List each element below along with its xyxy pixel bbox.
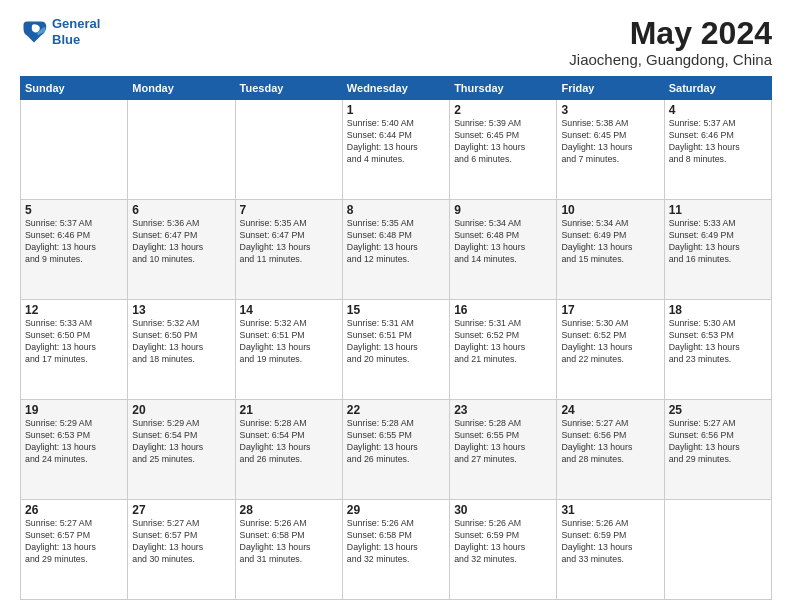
day-number: 13 xyxy=(132,303,230,317)
calendar-cell: 20Sunrise: 5:29 AM Sunset: 6:54 PM Dayli… xyxy=(128,400,235,500)
day-number: 3 xyxy=(561,103,659,117)
header: General Blue May 2024 Jiaocheng, Guangdo… xyxy=(20,16,772,68)
calendar-cell: 29Sunrise: 5:26 AM Sunset: 6:58 PM Dayli… xyxy=(342,500,449,600)
day-info: Sunrise: 5:28 AM Sunset: 6:55 PM Dayligh… xyxy=(454,418,552,466)
col-monday: Monday xyxy=(128,77,235,100)
day-info: Sunrise: 5:27 AM Sunset: 6:56 PM Dayligh… xyxy=(669,418,767,466)
day-number: 23 xyxy=(454,403,552,417)
page: General Blue May 2024 Jiaocheng, Guangdo… xyxy=(0,0,792,612)
day-number: 12 xyxy=(25,303,123,317)
calendar-cell: 10Sunrise: 5:34 AM Sunset: 6:49 PM Dayli… xyxy=(557,200,664,300)
calendar-cell: 25Sunrise: 5:27 AM Sunset: 6:56 PM Dayli… xyxy=(664,400,771,500)
day-info: Sunrise: 5:37 AM Sunset: 6:46 PM Dayligh… xyxy=(669,118,767,166)
col-tuesday: Tuesday xyxy=(235,77,342,100)
day-number: 8 xyxy=(347,203,445,217)
day-info: Sunrise: 5:33 AM Sunset: 6:50 PM Dayligh… xyxy=(25,318,123,366)
col-thursday: Thursday xyxy=(450,77,557,100)
day-number: 31 xyxy=(561,503,659,517)
day-info: Sunrise: 5:32 AM Sunset: 6:51 PM Dayligh… xyxy=(240,318,338,366)
calendar-cell xyxy=(128,100,235,200)
calendar-cell: 26Sunrise: 5:27 AM Sunset: 6:57 PM Dayli… xyxy=(21,500,128,600)
calendar-cell xyxy=(235,100,342,200)
day-number: 4 xyxy=(669,103,767,117)
day-number: 18 xyxy=(669,303,767,317)
day-number: 17 xyxy=(561,303,659,317)
main-title: May 2024 xyxy=(569,16,772,51)
day-number: 27 xyxy=(132,503,230,517)
subtitle: Jiaocheng, Guangdong, China xyxy=(569,51,772,68)
calendar-cell: 21Sunrise: 5:28 AM Sunset: 6:54 PM Dayli… xyxy=(235,400,342,500)
day-info: Sunrise: 5:29 AM Sunset: 6:54 PM Dayligh… xyxy=(132,418,230,466)
day-info: Sunrise: 5:28 AM Sunset: 6:55 PM Dayligh… xyxy=(347,418,445,466)
col-sunday: Sunday xyxy=(21,77,128,100)
calendar-cell: 6Sunrise: 5:36 AM Sunset: 6:47 PM Daylig… xyxy=(128,200,235,300)
day-info: Sunrise: 5:30 AM Sunset: 6:53 PM Dayligh… xyxy=(669,318,767,366)
day-number: 2 xyxy=(454,103,552,117)
logo-text: General Blue xyxy=(52,16,100,47)
calendar-cell: 19Sunrise: 5:29 AM Sunset: 6:53 PM Dayli… xyxy=(21,400,128,500)
day-info: Sunrise: 5:26 AM Sunset: 6:58 PM Dayligh… xyxy=(347,518,445,566)
day-number: 5 xyxy=(25,203,123,217)
day-info: Sunrise: 5:31 AM Sunset: 6:52 PM Dayligh… xyxy=(454,318,552,366)
col-friday: Friday xyxy=(557,77,664,100)
day-number: 24 xyxy=(561,403,659,417)
day-number: 30 xyxy=(454,503,552,517)
calendar-header: Sunday Monday Tuesday Wednesday Thursday… xyxy=(21,77,772,100)
day-info: Sunrise: 5:39 AM Sunset: 6:45 PM Dayligh… xyxy=(454,118,552,166)
day-info: Sunrise: 5:27 AM Sunset: 6:56 PM Dayligh… xyxy=(561,418,659,466)
calendar-cell: 5Sunrise: 5:37 AM Sunset: 6:46 PM Daylig… xyxy=(21,200,128,300)
day-info: Sunrise: 5:38 AM Sunset: 6:45 PM Dayligh… xyxy=(561,118,659,166)
day-info: Sunrise: 5:33 AM Sunset: 6:49 PM Dayligh… xyxy=(669,218,767,266)
week-row-4: 19Sunrise: 5:29 AM Sunset: 6:53 PM Dayli… xyxy=(21,400,772,500)
day-number: 14 xyxy=(240,303,338,317)
calendar-cell: 8Sunrise: 5:35 AM Sunset: 6:48 PM Daylig… xyxy=(342,200,449,300)
calendar-cell: 14Sunrise: 5:32 AM Sunset: 6:51 PM Dayli… xyxy=(235,300,342,400)
day-number: 21 xyxy=(240,403,338,417)
day-info: Sunrise: 5:26 AM Sunset: 6:58 PM Dayligh… xyxy=(240,518,338,566)
day-number: 20 xyxy=(132,403,230,417)
day-number: 28 xyxy=(240,503,338,517)
day-info: Sunrise: 5:30 AM Sunset: 6:52 PM Dayligh… xyxy=(561,318,659,366)
calendar-cell: 2Sunrise: 5:39 AM Sunset: 6:45 PM Daylig… xyxy=(450,100,557,200)
calendar-cell: 27Sunrise: 5:27 AM Sunset: 6:57 PM Dayli… xyxy=(128,500,235,600)
day-info: Sunrise: 5:36 AM Sunset: 6:47 PM Dayligh… xyxy=(132,218,230,266)
day-number: 16 xyxy=(454,303,552,317)
day-info: Sunrise: 5:40 AM Sunset: 6:44 PM Dayligh… xyxy=(347,118,445,166)
day-info: Sunrise: 5:34 AM Sunset: 6:48 PM Dayligh… xyxy=(454,218,552,266)
day-info: Sunrise: 5:26 AM Sunset: 6:59 PM Dayligh… xyxy=(454,518,552,566)
day-number: 1 xyxy=(347,103,445,117)
week-row-5: 26Sunrise: 5:27 AM Sunset: 6:57 PM Dayli… xyxy=(21,500,772,600)
day-number: 25 xyxy=(669,403,767,417)
calendar-cell: 15Sunrise: 5:31 AM Sunset: 6:51 PM Dayli… xyxy=(342,300,449,400)
calendar-cell: 3Sunrise: 5:38 AM Sunset: 6:45 PM Daylig… xyxy=(557,100,664,200)
calendar-cell: 23Sunrise: 5:28 AM Sunset: 6:55 PM Dayli… xyxy=(450,400,557,500)
day-number: 29 xyxy=(347,503,445,517)
calendar-cell xyxy=(21,100,128,200)
calendar-cell: 16Sunrise: 5:31 AM Sunset: 6:52 PM Dayli… xyxy=(450,300,557,400)
calendar-cell: 24Sunrise: 5:27 AM Sunset: 6:56 PM Dayli… xyxy=(557,400,664,500)
calendar-cell: 9Sunrise: 5:34 AM Sunset: 6:48 PM Daylig… xyxy=(450,200,557,300)
day-info: Sunrise: 5:32 AM Sunset: 6:50 PM Dayligh… xyxy=(132,318,230,366)
calendar-cell: 13Sunrise: 5:32 AM Sunset: 6:50 PM Dayli… xyxy=(128,300,235,400)
week-row-3: 12Sunrise: 5:33 AM Sunset: 6:50 PM Dayli… xyxy=(21,300,772,400)
week-row-2: 5Sunrise: 5:37 AM Sunset: 6:46 PM Daylig… xyxy=(21,200,772,300)
day-number: 9 xyxy=(454,203,552,217)
day-number: 26 xyxy=(25,503,123,517)
day-info: Sunrise: 5:28 AM Sunset: 6:54 PM Dayligh… xyxy=(240,418,338,466)
day-number: 22 xyxy=(347,403,445,417)
calendar-cell: 1Sunrise: 5:40 AM Sunset: 6:44 PM Daylig… xyxy=(342,100,449,200)
logo-icon xyxy=(20,18,48,46)
calendar-table: Sunday Monday Tuesday Wednesday Thursday… xyxy=(20,76,772,600)
day-info: Sunrise: 5:37 AM Sunset: 6:46 PM Dayligh… xyxy=(25,218,123,266)
day-number: 15 xyxy=(347,303,445,317)
calendar-cell xyxy=(664,500,771,600)
logo-line2: Blue xyxy=(52,32,80,47)
header-row: Sunday Monday Tuesday Wednesday Thursday… xyxy=(21,77,772,100)
logo-line1: General xyxy=(52,16,100,31)
week-row-1: 1Sunrise: 5:40 AM Sunset: 6:44 PM Daylig… xyxy=(21,100,772,200)
calendar-body: 1Sunrise: 5:40 AM Sunset: 6:44 PM Daylig… xyxy=(21,100,772,600)
calendar-cell: 12Sunrise: 5:33 AM Sunset: 6:50 PM Dayli… xyxy=(21,300,128,400)
calendar-cell: 28Sunrise: 5:26 AM Sunset: 6:58 PM Dayli… xyxy=(235,500,342,600)
calendar-cell: 30Sunrise: 5:26 AM Sunset: 6:59 PM Dayli… xyxy=(450,500,557,600)
day-number: 10 xyxy=(561,203,659,217)
